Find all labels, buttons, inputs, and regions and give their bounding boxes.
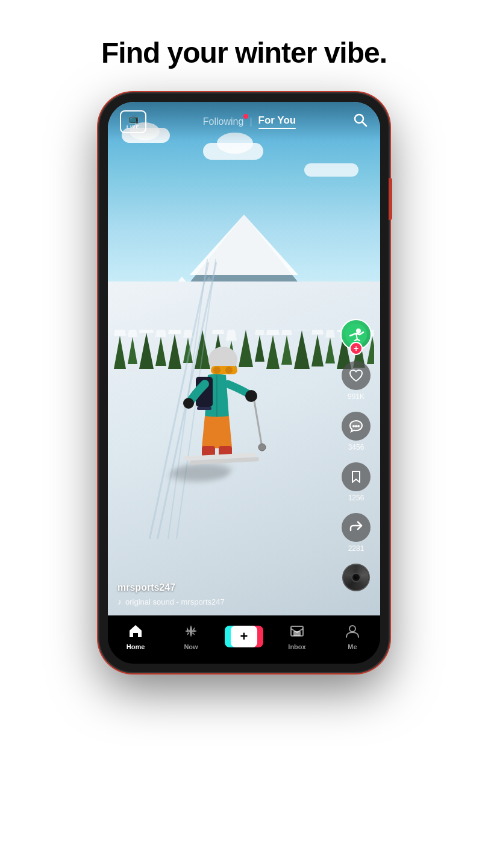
nav-home[interactable]: Home xyxy=(117,623,154,650)
svg-rect-5 xyxy=(197,407,211,410)
disc-center: ⛷ xyxy=(351,573,361,582)
page-headline: Find your winter vibe. xyxy=(101,36,387,69)
foryou-tab[interactable]: For You xyxy=(258,115,296,129)
svg-point-3 xyxy=(225,366,233,374)
like-icon-circle xyxy=(342,361,371,390)
phone-screen: 📺 LIVE Following | For You xyxy=(108,102,380,664)
live-tv-icon: 📺 xyxy=(128,114,139,124)
me-label: Me xyxy=(348,643,357,650)
creator-avatar-container[interactable]: + xyxy=(340,319,372,350)
svg-line-16 xyxy=(363,122,367,126)
svg-point-25 xyxy=(349,626,355,632)
music-disc[interactable]: ⛷ xyxy=(342,564,370,591)
now-label: Now xyxy=(184,643,198,650)
nav-inbox[interactable]: Inbox xyxy=(279,623,315,650)
comment-count: 3456 xyxy=(348,443,364,451)
sound-name: original sound - mrsports247 xyxy=(125,597,225,606)
me-icon xyxy=(345,623,360,641)
notification-dot xyxy=(243,114,248,119)
svg-point-22 xyxy=(189,629,193,633)
following-label: Following xyxy=(203,116,244,127)
skier-figure xyxy=(157,336,271,492)
nav-tabs: Following | For You xyxy=(203,115,296,129)
sound-info[interactable]: ♪ original sound - mrsports247 xyxy=(117,597,332,606)
nav-now[interactable]: Now xyxy=(173,623,209,650)
live-text: LIVE xyxy=(127,124,140,130)
top-navigation: 📺 LIVE Following | For You xyxy=(108,102,380,141)
cloud-3 xyxy=(304,163,358,177)
bottom-navigation: Home Now + xyxy=(108,615,380,664)
following-tab[interactable]: Following xyxy=(203,116,244,127)
svg-point-9 xyxy=(258,444,266,451)
create-plus-icon: + xyxy=(240,630,248,643)
share-icon-circle xyxy=(342,513,371,542)
comment-icon-circle xyxy=(342,412,371,441)
create-button[interactable]: + xyxy=(228,626,260,647)
svg-point-10 xyxy=(183,398,194,409)
follow-plus-button[interactable]: + xyxy=(349,342,363,355)
search-button[interactable] xyxy=(352,112,368,131)
foryou-underline xyxy=(258,128,296,129)
bottom-info: mrsports247 ♪ original sound - mrsports2… xyxy=(117,582,332,606)
svg-point-18 xyxy=(356,329,361,333)
svg-point-7 xyxy=(245,390,257,402)
inbox-label: Inbox xyxy=(288,643,305,650)
bookmark-action[interactable]: 1256 xyxy=(342,462,371,502)
inbox-icon xyxy=(289,623,305,641)
right-actions: + 991K xyxy=(340,319,372,591)
music-note-icon: ♪ xyxy=(117,597,122,606)
now-icon xyxy=(183,623,199,641)
phone-mockup: 📺 LIVE Following | For You xyxy=(99,93,389,672)
foryou-label: For You xyxy=(258,115,296,127)
live-badge[interactable]: 📺 LIVE xyxy=(120,110,146,133)
like-count: 991K xyxy=(348,392,364,401)
home-icon xyxy=(128,623,143,641)
bookmark-count: 1256 xyxy=(348,494,364,502)
nav-me[interactable]: Me xyxy=(334,623,371,650)
like-action[interactable]: 991K xyxy=(342,361,371,401)
comment-action[interactable]: 3456 xyxy=(342,412,371,451)
svg-line-8 xyxy=(254,401,262,447)
home-label: Home xyxy=(127,643,145,650)
share-count: 2281 xyxy=(348,544,364,553)
svg-point-2 xyxy=(213,366,221,374)
nav-divider: | xyxy=(249,116,252,127)
bookmark-icon-circle xyxy=(342,462,371,491)
share-action[interactable]: 2281 xyxy=(342,513,371,553)
video-content[interactable] xyxy=(108,102,380,615)
username[interactable]: mrsports247 xyxy=(117,582,332,593)
